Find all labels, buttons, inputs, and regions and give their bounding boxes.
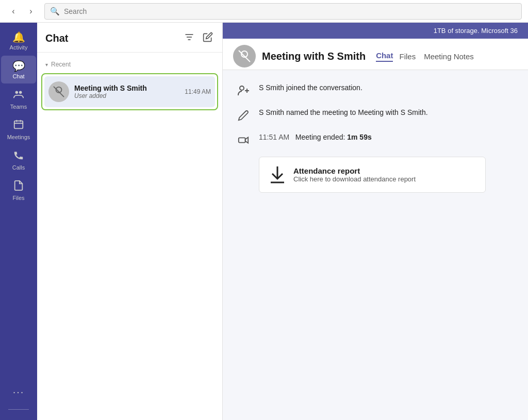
svg-line-9 bbox=[54, 87, 64, 97]
event-text-named: S Smith named the meeting to Meeting wit… bbox=[259, 107, 428, 118]
svg-line-10 bbox=[239, 51, 250, 62]
filter-button[interactable] bbox=[183, 31, 195, 46]
chat-panel-actions bbox=[183, 31, 214, 46]
main-layout: 🔔 Activity 💬 Chat Teams bbox=[0, 23, 528, 420]
chat-panel-header: Chat bbox=[37, 23, 222, 53]
tab-chat-inline[interactable]: Chat bbox=[376, 51, 393, 62]
chat-panel: Chat Recent bbox=[37, 23, 223, 420]
svg-point-0 bbox=[15, 91, 18, 94]
sidebar: 🔔 Activity 💬 Chat Teams bbox=[0, 23, 37, 420]
tab-meeting-notes-inline[interactable]: Meeting Notes bbox=[422, 52, 476, 61]
sidebar-item-activity[interactable]: 🔔 Activity bbox=[1, 27, 36, 55]
sidebar-item-more[interactable]: ··· bbox=[1, 382, 36, 402]
sidebar-item-activity-label: Activity bbox=[10, 44, 28, 51]
teams-icon bbox=[13, 89, 24, 103]
sidebar-item-calls-label: Calls bbox=[12, 164, 25, 171]
meeting-duration: 1m 59s bbox=[347, 133, 371, 141]
sidebar-divider bbox=[8, 409, 29, 410]
sidebar-item-files-label: Files bbox=[12, 195, 24, 201]
event-row-joined: S Smith joined the conversation. bbox=[235, 82, 516, 99]
right-panel: 1TB of storage. Microsoft 36 Meeting wit… bbox=[223, 23, 528, 420]
attendance-card[interactable]: Attendance report Click here to download… bbox=[259, 157, 486, 193]
meeting-header: Meeting with S Smith Chat Files Meeting … bbox=[223, 39, 528, 70]
compose-button[interactable] bbox=[202, 31, 214, 46]
meeting-title: Meeting with S Smith bbox=[262, 51, 366, 62]
sidebar-item-files[interactable]: Files bbox=[1, 176, 36, 205]
sidebar-item-chat-label: Chat bbox=[12, 73, 24, 79]
svg-point-1 bbox=[19, 91, 22, 94]
search-bar: 🔍 bbox=[44, 3, 522, 20]
chat-time: 11:49 AM bbox=[185, 88, 211, 95]
svg-rect-2 bbox=[14, 121, 23, 129]
sidebar-item-meetings-label: Meetings bbox=[7, 134, 30, 140]
attendance-info: Attendance report Click here to download… bbox=[293, 166, 416, 183]
event-row-named: S Smith named the meeting to Meeting wit… bbox=[235, 107, 516, 124]
edit-icon bbox=[235, 107, 252, 124]
chat-panel-title: Chat bbox=[45, 32, 68, 44]
more-icon: ··· bbox=[13, 386, 25, 398]
search-icon: 🔍 bbox=[50, 7, 60, 16]
top-bar: ‹ › 🔍 bbox=[0, 0, 528, 23]
nav-forward-button[interactable]: › bbox=[24, 4, 38, 19]
nav-back-button[interactable]: ‹ bbox=[6, 4, 21, 19]
attendance-title: Attendance report bbox=[293, 166, 416, 175]
sidebar-item-chat[interactable]: 💬 Chat bbox=[1, 56, 36, 83]
chat-item[interactable]: Meeting with S Smith User added 11:49 AM bbox=[44, 76, 215, 107]
download-icon bbox=[270, 165, 285, 184]
svg-point-11 bbox=[240, 86, 244, 90]
meeting-content: S Smith joined the conversation. S Smith… bbox=[223, 70, 528, 420]
sidebar-item-meetings[interactable]: Meetings bbox=[1, 115, 36, 144]
event-text-ended: 11:51 AM Meeting ended: 1m 59s bbox=[259, 132, 372, 143]
files-icon bbox=[13, 180, 24, 194]
promo-banner: 1TB of storage. Microsoft 36 bbox=[223, 23, 528, 39]
nav-arrows: ‹ › bbox=[6, 4, 38, 19]
chat-name: Meeting with S Smith bbox=[74, 84, 179, 92]
tab-files-inline[interactable]: Files bbox=[397, 52, 418, 61]
meetings-icon bbox=[13, 119, 24, 133]
recent-label: Recent bbox=[41, 57, 218, 71]
chat-icon: 💬 bbox=[12, 60, 25, 72]
avatar bbox=[48, 81, 69, 102]
event-time: 11:51 AM bbox=[259, 133, 293, 141]
sidebar-item-calls[interactable]: Calls bbox=[1, 145, 36, 175]
chat-list: Recent Meeting with S Smith User added 1… bbox=[37, 53, 222, 420]
activity-icon: 🔔 bbox=[12, 31, 25, 43]
sidebar-bottom: ··· bbox=[1, 382, 36, 420]
person-add-icon bbox=[235, 82, 252, 99]
calls-icon bbox=[13, 149, 24, 163]
sidebar-item-teams[interactable]: Teams bbox=[1, 85, 36, 114]
meeting-tabs-inline: Chat Files Meeting Notes bbox=[376, 51, 476, 62]
promo-text: 1TB of storage. Microsoft 36 bbox=[434, 27, 518, 35]
event-row-ended: 11:51 AM Meeting ended: 1m 59s bbox=[235, 132, 516, 148]
chat-list-border: Meeting with S Smith User added 11:49 AM bbox=[41, 73, 218, 110]
event-text-joined: S Smith joined the conversation. bbox=[259, 82, 362, 93]
meeting-title-row: Meeting with S Smith Chat Files Meeting … bbox=[233, 45, 518, 70]
video-icon bbox=[235, 132, 252, 148]
search-input[interactable] bbox=[64, 7, 516, 15]
attendance-subtitle: Click here to download attendance report bbox=[293, 175, 416, 183]
svg-rect-14 bbox=[239, 138, 245, 142]
chat-info: Meeting with S Smith User added bbox=[74, 84, 179, 99]
meeting-avatar bbox=[233, 45, 256, 68]
sidebar-item-teams-label: Teams bbox=[10, 104, 27, 110]
chat-sub: User added bbox=[74, 92, 179, 99]
